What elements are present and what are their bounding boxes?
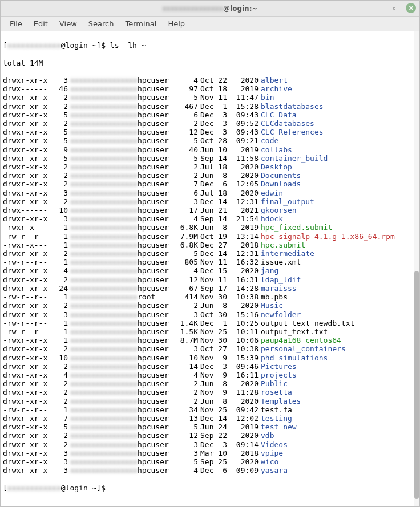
- listing-row: drwxr-xr-x2xxxxxxxxxxxxxxxxhpcuser2Jun 8…: [3, 379, 417, 388]
- permissions: drwx------: [3, 84, 53, 93]
- menu-view[interactable]: View: [54, 18, 83, 30]
- size: 13: [174, 414, 198, 423]
- size: 3: [174, 440, 198, 449]
- filename: phd_simulations: [261, 354, 328, 362]
- permissions: drwx------: [3, 206, 53, 214]
- menu-file[interactable]: File: [4, 18, 28, 30]
- owner-blurred: xxxxxxxxxxxxxxxx: [70, 431, 138, 440]
- minimize-button[interactable]: –: [374, 3, 383, 13]
- date: Dec 14: [200, 414, 231, 423]
- menu-terminal[interactable]: Terminal: [119, 18, 162, 30]
- menu-edit[interactable]: Edit: [28, 18, 54, 30]
- date: Jun 8: [200, 301, 231, 310]
- owner-blurred: xxxxxxxxxxxxxxxx: [70, 93, 138, 102]
- group: hpcuser: [138, 301, 174, 310]
- owner-blurred: xxxxxxxxxxxxxxxx: [70, 449, 138, 457]
- date: Dec 6: [200, 180, 231, 188]
- time: 2021: [231, 206, 259, 214]
- filename: testing: [261, 414, 292, 423]
- time: 14:28: [231, 284, 259, 293]
- date: Sep 14: [200, 214, 231, 223]
- owner-blurred: xxxxxxxxxxxxxxxx: [70, 440, 138, 449]
- group: hpcuser: [138, 284, 174, 293]
- maximize-button[interactable]: ▫: [390, 3, 399, 13]
- group: hpcuser: [138, 197, 174, 206]
- filename: vdb: [261, 431, 274, 440]
- link-count: 9: [53, 145, 68, 154]
- link-count: 2: [53, 102, 68, 111]
- listing-row: drwx------10xxxxxxxxxxxxxxxxhpcuser17Jun…: [3, 206, 417, 214]
- size: 4: [174, 371, 198, 379]
- time: 13:14: [231, 232, 259, 241]
- time: 2019: [231, 84, 259, 93]
- permissions: drwxr-xr-x: [3, 354, 53, 362]
- listing-row: drwxr-xr-x3xxxxxxxxxxxxxxxxhpcuser5Sep 2…: [3, 457, 417, 466]
- terminal-window: xxxxxxxxxxxxxxx@login:~ – ▫ ✕ File Edit …: [0, 0, 420, 507]
- scrollbar-track[interactable]: [414, 31, 419, 506]
- close-button[interactable]: ✕: [406, 3, 416, 13]
- filename: output_text.txt: [261, 327, 328, 336]
- filename: newfolder: [261, 310, 301, 319]
- date: Nov 25: [200, 405, 231, 414]
- group: hpcuser: [138, 180, 174, 188]
- date: Jun 8: [200, 223, 231, 232]
- scrollbar-thumb[interactable]: [414, 271, 419, 499]
- time: 09:21: [231, 136, 259, 145]
- date: Sep 14: [200, 154, 231, 163]
- size: 3: [174, 344, 198, 353]
- filename: archive: [261, 84, 292, 93]
- filename: vpipe: [261, 449, 283, 457]
- terminal-output[interactable]: [xxxxxxxxxxxx@login ~]$ ls -lh ~ total 1…: [1, 31, 419, 506]
- time: 09:14: [231, 440, 259, 449]
- date: Dec 6: [200, 466, 231, 474]
- listing-row: drwxr-xr-x2xxxxxxxxxxxxxxxxhpcuser7Dec 6…: [3, 180, 417, 188]
- listing-row: drwxr-xr-x7xxxxxxxxxxxxxxxxhpcuser13Dec …: [3, 414, 417, 423]
- time: 11:58: [231, 154, 259, 163]
- prompt-line-1: [xxxxxxxxxxxx@login ~]$ ls -lh ~: [3, 41, 417, 50]
- permissions: drwxr-xr-x: [3, 362, 53, 371]
- group: hpcuser: [138, 223, 174, 232]
- date: Oct 30: [200, 310, 231, 319]
- date: Dec 14: [200, 197, 231, 206]
- permissions: drwxr-xr-x: [3, 180, 53, 188]
- listing-row: drwxr-xr-x2xxxxxxxxxxxxxxxxhpcuser3Dec 1…: [3, 197, 417, 206]
- filename: yasara: [261, 466, 288, 474]
- owner-blurred: xxxxxxxxxxxxxxxx: [70, 111, 138, 119]
- menu-help[interactable]: Help: [162, 18, 191, 30]
- permissions: -rwxr-xr-x: [3, 336, 53, 344]
- size: 3: [174, 197, 198, 206]
- listing-row: -rw-r--r--1xxxxxxxxxxxxxxxxhpcuser1.5KNo…: [3, 327, 417, 336]
- time: 16:32: [231, 258, 259, 266]
- date: Jun 8: [200, 397, 231, 405]
- time: 10:06: [231, 336, 259, 344]
- listing-row: drwxr-xr-x4xxxxxxxxxxxxxxxxhpcuser4Dec 1…: [3, 266, 417, 275]
- link-count: 2: [53, 163, 68, 171]
- listing-row: drwxr-xr-x2xxxxxxxxxxxxxxxxhpcuser2Jun 8…: [3, 397, 417, 405]
- group: hpcuser: [138, 214, 174, 223]
- link-count: 2: [53, 440, 68, 449]
- size: 12: [174, 431, 198, 440]
- link-count: 3: [53, 310, 68, 319]
- time: 2020: [231, 379, 259, 388]
- listing-row: drwxr-xr-x24xxxxxxxxxxxxxxxxhpcuser67Sep…: [3, 284, 417, 293]
- time: 09:09: [231, 466, 259, 474]
- link-count: 1: [53, 293, 68, 301]
- listing-row: drwxr-xr-x5xxxxxxxxxxxxxxxxhpcuser5Jun 2…: [3, 423, 417, 431]
- filename: paup4a168_centos64: [261, 336, 341, 344]
- time: 2019: [231, 423, 259, 431]
- listing-row: drwxr-xr-x2xxxxxxxxxxxxxxxxhpcuser3Oct 2…: [3, 344, 417, 353]
- size: 2: [174, 119, 198, 128]
- permissions: drwxr-xr-x: [3, 449, 53, 457]
- listing-row: drwxr-xr-x5xxxxxxxxxxxxxxxxhpcuser5Oct 2…: [3, 136, 417, 145]
- size: 2: [174, 163, 198, 171]
- group: hpcuser: [138, 388, 174, 396]
- owner-blurred: xxxxxxxxxxxxxxxx: [70, 197, 138, 206]
- group: hpcuser: [138, 310, 174, 319]
- link-count: 4: [53, 371, 68, 379]
- group: hpcuser: [138, 145, 174, 154]
- time: 2020: [231, 163, 259, 171]
- menu-search[interactable]: Search: [83, 18, 120, 30]
- listing-row: drwxr-xr-x2xxxxxxxxxxxxxxxxhpcuser2Jun 8…: [3, 171, 417, 180]
- size: 12: [174, 128, 198, 136]
- group: hpcuser: [138, 275, 174, 284]
